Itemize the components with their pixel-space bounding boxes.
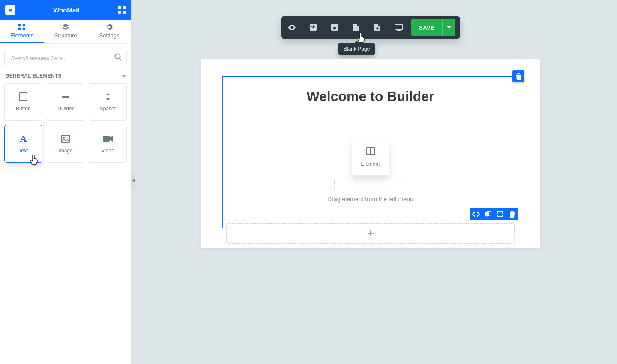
svg-rect-3 [123, 11, 126, 14]
element-label: Divider [57, 106, 73, 112]
element-divider[interactable]: Divider [47, 83, 85, 121]
row-duplicate-button[interactable] [484, 210, 492, 218]
tab-label: Structure [54, 32, 77, 39]
drop-area[interactable]: Element [334, 139, 407, 190]
row-delete-button[interactable] [508, 210, 516, 218]
element-label: Text [18, 148, 28, 154]
svg-rect-18 [395, 24, 403, 29]
svg-rect-6 [18, 28, 21, 30]
dragging-element-card[interactable]: Element [352, 139, 389, 176]
row-outline [222, 220, 518, 220]
tab-elements[interactable]: Elements [0, 20, 44, 43]
columns-icon [366, 147, 375, 157]
page-container[interactable]: Welcome to Builder Element Drag element … [222, 76, 518, 228]
builder-toolbar: SAVE [281, 16, 460, 39]
gear-icon [105, 24, 113, 30]
svg-rect-5 [23, 24, 25, 26]
layers-icon [62, 24, 69, 30]
save-dropdown[interactable] [442, 19, 455, 36]
svg-point-13 [63, 137, 65, 139]
svg-line-9 [120, 59, 122, 61]
search-field [4, 50, 127, 66]
svg-rect-10 [19, 93, 27, 101]
spacer-icon [103, 92, 113, 101]
element-spacer[interactable]: Spacer [89, 83, 127, 121]
canvas-paper: Welcome to Builder Element Drag element … [201, 59, 540, 248]
element-image[interactable]: Image [47, 125, 85, 163]
save-button-group: SAVE [411, 19, 455, 36]
group-header[interactable]: GENERAL ELEMENTS [4, 73, 127, 83]
tab-label: Elements [10, 32, 33, 39]
element-label: Spacer [100, 106, 116, 112]
image-icon [60, 134, 71, 143]
svg-rect-4 [18, 24, 21, 26]
svg-point-15 [291, 27, 293, 28]
toolbar-desktop[interactable] [388, 16, 410, 39]
toolbar-import[interactable] [303, 16, 324, 39]
row-code-button[interactable] [472, 210, 480, 218]
svg-point-8 [115, 54, 120, 59]
tooltip-blank-page: Blank Page [338, 43, 375, 55]
group-general-elements: GENERAL ELEMENTS Button Divider Spacer A… [0, 66, 131, 163]
page-heading[interactable]: Welcome to Builder [223, 89, 518, 104]
toolbar-preview[interactable] [281, 16, 303, 39]
main-area: SAVE Blank Page Welcome to Builder Eleme… [131, 0, 617, 364]
svg-rect-11 [62, 96, 69, 98]
save-button[interactable]: SAVE [411, 19, 442, 36]
search-input[interactable] [4, 50, 127, 66]
drop-placeholder [334, 180, 407, 190]
toolbar-blank-page[interactable] [345, 16, 367, 39]
minus-icon [60, 92, 71, 101]
search-icon[interactable] [114, 53, 123, 63]
text-icon: A [18, 134, 28, 143]
tab-label: Settings [99, 32, 120, 39]
sidebar-tabs: Elements Structure Settings [0, 20, 131, 44]
svg-rect-2 [118, 11, 121, 14]
svg-rect-1 [123, 6, 126, 9]
video-icon [103, 134, 113, 143]
tab-structure[interactable]: Structure [44, 20, 87, 43]
toolbar-export[interactable] [324, 16, 345, 39]
app-title: WooMail [15, 6, 117, 14]
element-text[interactable]: A Text [4, 125, 42, 163]
elements-icon [18, 24, 26, 30]
header-grid-icon[interactable] [117, 6, 126, 14]
dragging-element-label: Element [361, 161, 380, 167]
app-header: e WooMail [0, 0, 131, 20]
element-video[interactable]: Video [89, 125, 127, 163]
app-logo[interactable]: e [5, 5, 15, 15]
delete-page-button[interactable] [512, 70, 524, 82]
group-title: GENERAL ELEMENTS [5, 73, 62, 79]
row-expand-button[interactable] [496, 210, 504, 218]
sidebar: e WooMail Elements Structure Settings [0, 0, 131, 364]
svg-rect-14 [103, 136, 110, 142]
element-label: Image [58, 148, 72, 154]
element-label: Video [101, 148, 114, 154]
svg-rect-7 [23, 28, 25, 30]
square-icon [18, 92, 28, 101]
element-label: Button [16, 106, 31, 112]
drag-hint-text: Drag element from the left menu [223, 196, 518, 203]
element-button[interactable]: Button [4, 83, 42, 121]
toolbar-template[interactable] [367, 16, 388, 39]
add-row-button[interactable] [226, 223, 515, 244]
svg-rect-0 [118, 6, 121, 9]
tab-settings[interactable]: Settings [87, 20, 131, 43]
row-toolbar [470, 208, 518, 220]
chevron-down-icon [122, 73, 126, 79]
